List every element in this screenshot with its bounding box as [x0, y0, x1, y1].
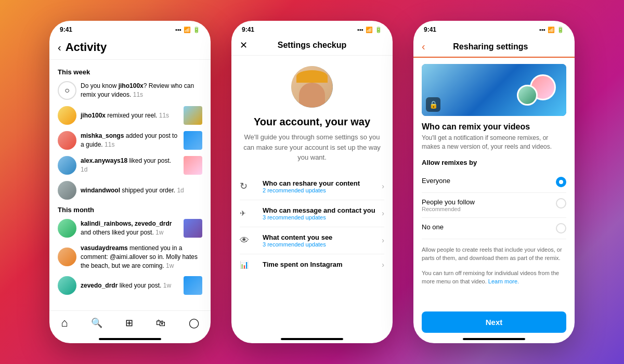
list-item: ○ Do you know jiho100x? Review who can r… — [49, 78, 211, 103]
avatar — [58, 219, 76, 238]
radio-text: No one — [422, 223, 556, 231]
list-item: alex.anyways18 liked your post. 1d — [49, 153, 211, 178]
profile-avatar — [291, 66, 333, 108]
thumb-image — [184, 131, 202, 150]
next-button[interactable]: Next — [422, 311, 566, 333]
main-subtext: We'll guide you through some settings so… — [240, 132, 384, 163]
radio-main-label: Everyone — [422, 177, 556, 185]
battery-icon: 🔋 — [557, 27, 564, 33]
thumb-image — [184, 156, 202, 175]
chevron-right-icon: › — [382, 261, 384, 269]
time-1: 9:41 — [60, 26, 72, 33]
battery-icon: 🔋 — [193, 27, 200, 33]
radio-following[interactable]: People you follow Recommended — [422, 193, 566, 218]
message-icon: ✈ — [240, 209, 256, 217]
settings-item-time[interactable]: 📊 Time spent on Instagram › — [240, 254, 384, 275]
radio-main-label: People you follow — [422, 198, 556, 206]
settings-body: Your account, your way We'll guide you t… — [231, 56, 393, 338]
signal-icon: ▪▪▪ — [539, 27, 545, 33]
thumb-image — [184, 219, 202, 238]
preview-image: 🔒 — [422, 64, 566, 116]
avatar — [58, 156, 76, 175]
status-bar-3: 9:41 ▪▪▪ 📶 🔋 — [413, 21, 575, 36]
eye-icon: 👁 — [240, 235, 256, 246]
back-button[interactable]: ‹ — [422, 41, 425, 53]
search-nav-icon[interactable]: 🔍 — [91, 317, 102, 329]
activity-text: jiho100x remixed your reel. 11s — [81, 111, 179, 120]
back-icon[interactable]: ‹ — [58, 42, 61, 54]
signal-icon: ▪▪▪ — [175, 27, 181, 33]
status-icons-1: ▪▪▪ 📶 🔋 — [175, 27, 200, 33]
item-title: Time spent on Instagram — [263, 261, 382, 268]
item-title: Who can reshare your content — [263, 179, 382, 187]
wifi-icon: 📶 — [366, 27, 373, 33]
reels-nav-icon[interactable]: ⊞ — [125, 317, 133, 329]
status-bar-2: 9:41 ▪▪▪ 📶 🔋 — [231, 21, 393, 36]
settings-item-reshare[interactable]: ↻ Who can reshare your content 2 recomme… — [240, 173, 384, 200]
face-decoration — [299, 83, 325, 108]
reshare-icon: ↻ — [240, 180, 256, 192]
radio-text: People you follow Recommended — [422, 198, 556, 212]
shop-nav-icon[interactable]: 🛍 — [156, 318, 165, 329]
small-text-1: Allow people to create reels that includ… — [422, 245, 566, 263]
home-indicator — [99, 338, 161, 340]
resharing-header: ‹ Resharing settings — [413, 36, 575, 53]
avatar — [58, 181, 76, 200]
list-item: windandwool shipped your order. 1d — [49, 178, 211, 203]
time-2: 9:41 — [242, 26, 254, 33]
settings-item-content[interactable]: 👁 What content you see 3 recommended upd… — [240, 227, 384, 254]
settings-item-text: Time spent on Instagram — [263, 261, 382, 268]
section-this-month: This month — [49, 203, 211, 216]
settings-header: ✕ Settings checkup — [231, 36, 393, 56]
home-nav-icon[interactable]: ⌂ — [61, 316, 68, 330]
item-title: Who can message and contact you — [263, 206, 382, 214]
bottom-bar-area: Next — [413, 311, 575, 338]
hat-decoration — [296, 70, 328, 83]
status-bar-1: 9:41 ▪▪▪ 📶 🔋 — [49, 21, 211, 36]
activity-text: vasudaydreams mentioned you in a comment… — [81, 244, 202, 270]
remix-section-title: Who can remix your videos — [422, 122, 566, 132]
radio-main-label: No one — [422, 223, 556, 231]
activity-text: kalindi_rainbows, zevedo_drdr and others… — [81, 219, 179, 237]
main-heading: Your account, your way — [254, 116, 370, 128]
settings-item-message[interactable]: ✈ Who can message and contact you 3 reco… — [240, 200, 384, 227]
resharing-body: 🔒 Who can remix your videos You'll get a… — [413, 58, 575, 311]
avatar — [58, 106, 76, 125]
remix-section-sub: You'll get a notification if someone rem… — [422, 134, 566, 151]
learn-more-link[interactable]: Learn more. — [488, 278, 519, 284]
chevron-right-icon: › — [382, 182, 384, 190]
home-indicator — [463, 338, 525, 340]
thumb-image — [184, 276, 202, 295]
section-this-week: This week — [49, 65, 211, 78]
radio-everyone[interactable]: Everyone — [422, 172, 566, 193]
activity-text: Do you know jiho100x? Review who can rem… — [81, 82, 202, 99]
page-title: Activity — [66, 41, 107, 54]
settings-item-text: What content you see 3 recommended updat… — [263, 233, 382, 248]
remix-icon: ○ — [58, 81, 76, 100]
profile-nav-icon[interactable]: ◯ — [189, 317, 199, 329]
radio-text: Everyone — [422, 177, 556, 185]
battery-icon: 🔋 — [375, 27, 382, 33]
avatar-inner — [291, 66, 333, 108]
radio-noone[interactable]: No one — [422, 218, 566, 239]
activity-text: alex.anyways18 liked your post. 1d — [81, 157, 179, 174]
close-button[interactable]: ✕ — [240, 40, 248, 51]
phone-resharing: 9:41 ▪▪▪ 📶 🔋 ‹ Resharing settings 🔒 Who … — [413, 21, 575, 343]
radio-circle-following[interactable] — [556, 198, 566, 209]
radio-circle-noone[interactable] — [556, 223, 566, 233]
phone-activity: 9:41 ▪▪▪ 📶 🔋 ‹ Activity This week ○ Do y… — [49, 21, 211, 343]
phone-settings: 9:41 ▪▪▪ 📶 🔋 ✕ Settings checkup Your acc… — [231, 21, 393, 343]
activity-text: zevedo_drdr liked your post. 1w — [81, 281, 179, 290]
avatar — [58, 248, 76, 266]
thumb-image — [184, 106, 202, 125]
radio-circle-everyone[interactable] — [556, 177, 566, 187]
list-item: mishka_songs added your post to a guide.… — [49, 128, 211, 153]
resharing-title: Resharing settings — [430, 42, 552, 51]
wifi-icon: 📶 — [548, 27, 555, 33]
preview-badge: 🔒 — [426, 97, 440, 112]
list-item: zevedo_drdr liked your post. 1w — [49, 273, 211, 298]
signal-icon: ▪▪▪ — [357, 27, 363, 33]
radio-sub-label: Recommended — [422, 206, 556, 212]
home-indicator — [281, 338, 343, 340]
activity-header: ‹ Activity — [49, 36, 211, 60]
